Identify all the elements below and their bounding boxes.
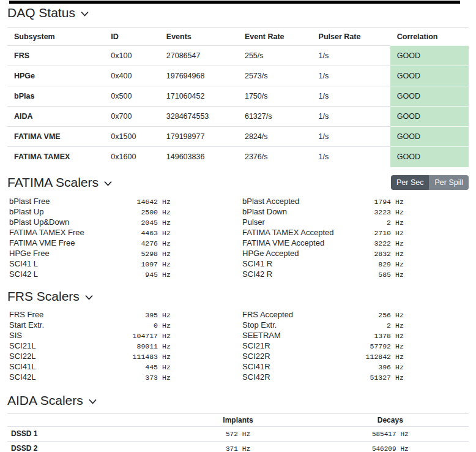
implants-value: 371	[226, 445, 238, 452]
scaler-value: 14642	[50, 197, 158, 207]
scaler-unit: Hz	[158, 352, 236, 362]
events-cell: 179198977	[160, 127, 238, 147]
scaler-row: SCI41 R 829 Hz	[240, 259, 469, 269]
column-header-subsystem: Subsystem	[7, 28, 104, 46]
scaler-row: SCI42 R 585 Hz	[240, 269, 469, 280]
scaler-label: SCI41L	[7, 362, 35, 372]
subsystem-cell: AIDA	[7, 107, 104, 127]
scaler-label: bPlast Accepted	[240, 197, 299, 206]
subsystem-cell: bPlas	[7, 86, 104, 107]
scaler-row: bPlast Free 14642 Hz	[7, 197, 236, 207]
frs-scalers-heading[interactable]: FRS Scalers	[7, 289, 93, 304]
daq-table-row: AIDA 0x700 3284674553 61327/s 1/s GOOD	[7, 107, 469, 127]
decays-unit: Hz	[401, 445, 409, 452]
scaler-unit: Hz	[158, 197, 236, 207]
scaler-value: 2710	[334, 228, 391, 238]
scaler-row: SCI41L 445 Hz	[7, 362, 236, 372]
daq-dashboard: DAQ Status Subsystem ID Events Event Rat…	[0, 1, 476, 452]
scaler-label: SCI21L	[7, 341, 35, 351]
daq-status-heading[interactable]: DAQ Status	[7, 6, 469, 20]
chevron-down-icon[interactable]	[89, 399, 97, 404]
scaler-label: Stop Extr.	[240, 320, 277, 330]
scaler-row: HPGe Accepted 2832 Hz	[240, 249, 469, 259]
scaler-value: 585	[272, 270, 391, 280]
scaler-unit: Hz	[391, 260, 469, 269]
events-cell: 3284674553	[160, 107, 238, 127]
scaler-label: SEETRAM	[240, 331, 281, 341]
scaler-label: SCI22R	[240, 352, 270, 361]
scaler-label: FATIMA TAMEX Free	[7, 228, 84, 238]
scaler-label: FRS Accepted	[240, 310, 293, 320]
scaler-value: 1794	[299, 197, 391, 207]
implants-cell: 572Hz	[164, 426, 311, 441]
aida-scalers-heading[interactable]: AIDA Scalers	[7, 393, 97, 408]
scaler-unit: Hz	[158, 331, 236, 341]
scaler-row: Stop Extr. 2 Hz	[240, 320, 469, 331]
scaler-label: SCI41R	[240, 362, 270, 372]
scaler-row: SCI41 L 1097 Hz	[7, 259, 236, 269]
frs-scalers-title: FRS Scalers	[7, 289, 80, 304]
scaler-label: SIS	[7, 331, 22, 341]
fatima-scalers-title: FATIMA Scalers	[7, 175, 99, 190]
correlation-status-cell: GOOD	[390, 147, 469, 167]
scaler-value: 4463	[84, 228, 158, 238]
scaler-label: FRS Free	[7, 310, 43, 320]
aida-scalers-section: AIDA Scalers Implants Decays	[7, 393, 469, 452]
scaler-value: 112842	[270, 352, 391, 362]
scaler-row: FATIMA TAMEX Accepted 2710 Hz	[240, 228, 469, 238]
events-cell: 197694968	[160, 66, 238, 86]
scaler-label: bPlast Down	[240, 207, 287, 217]
per-spill-button[interactable]: Per Spill	[429, 175, 469, 190]
scaler-row: bPlast Accepted 1794 Hz	[240, 197, 469, 207]
scaler-label: Start Extr.	[7, 320, 44, 330]
scaler-unit: Hz	[391, 239, 469, 249]
scaler-unit: Hz	[391, 373, 469, 383]
fatima-scalers-heading[interactable]: FATIMA Scalers	[7, 175, 112, 190]
event-rate-cell: 61327/s	[238, 107, 312, 127]
scaler-value: 829	[272, 260, 391, 269]
correlation-status-cell: GOOD	[390, 127, 469, 147]
scaler-unit: Hz	[391, 249, 469, 259]
scaler-row: SIS 104717 Hz	[7, 331, 236, 341]
detector-cell: DSSD 2	[7, 441, 164, 452]
scaler-value: 445	[35, 363, 158, 372]
column-header-correlation: Correlation	[390, 28, 469, 46]
scaler-value: 3223	[287, 208, 391, 217]
decays-cell: 585417Hz	[312, 426, 469, 441]
scaler-label: FATIMA VME Free	[7, 238, 75, 248]
id-cell: 0x700	[104, 107, 159, 127]
scaler-row: FATIMA VME Free 4276 Hz	[7, 238, 236, 249]
chevron-down-icon[interactable]	[85, 295, 93, 300]
frs-scaler-right-column: FRS Accepted 256 Hz Stop Extr. 2 Hz SEET…	[240, 310, 469, 383]
scaler-unit: Hz	[158, 311, 236, 320]
chevron-down-icon[interactable]	[104, 181, 112, 186]
fatima-scaler-grid: bPlast Free 14642 Hz bPlast Up 2500 Hz b…	[7, 197, 469, 280]
scaler-unit: Hz	[391, 363, 469, 372]
pulser-rate-cell: 1/s	[312, 147, 390, 167]
daq-status-table: Subsystem ID Events Event Rate Pulser Ra…	[7, 27, 469, 167]
implants-cell: 371Hz	[164, 441, 311, 452]
scaler-row: bPlast Down 3223 Hz	[240, 207, 469, 217]
scaler-value: 3222	[324, 239, 391, 249]
scaler-value: 2	[265, 218, 391, 228]
scaler-value: 89011	[35, 342, 158, 352]
aida-scalers-title: AIDA Scalers	[7, 393, 83, 408]
correlation-status-cell: GOOD	[390, 86, 469, 107]
scaler-row: SCI21R 57792 Hz	[240, 341, 469, 352]
scaler-label: bPlast Free	[7, 197, 50, 206]
scaler-value: 57792	[270, 342, 391, 352]
scaler-label: FATIMA VME Accepted	[240, 238, 324, 248]
aida-table-header-row: Implants Decays	[7, 413, 469, 426]
scaler-value: 395	[43, 311, 158, 320]
scaler-label: SCI22L	[7, 352, 35, 361]
chevron-down-icon[interactable]	[81, 11, 89, 17]
scaler-unit: Hz	[391, 331, 469, 341]
scaler-value: 0	[44, 321, 158, 331]
per-sec-button[interactable]: Per Sec	[391, 175, 429, 190]
scaler-row: SCI22L 111483 Hz	[7, 352, 236, 362]
fatima-scaler-right-column: bPlast Accepted 1794 Hz bPlast Down 3223…	[240, 197, 469, 280]
subsystem-cell: HPGe	[7, 66, 104, 86]
fatima-scalers-section: FATIMA Scalers Per Sec Per Spill bPlast …	[7, 175, 469, 280]
scaler-unit: Hz	[158, 260, 236, 269]
scaler-value: 51327	[270, 373, 391, 383]
